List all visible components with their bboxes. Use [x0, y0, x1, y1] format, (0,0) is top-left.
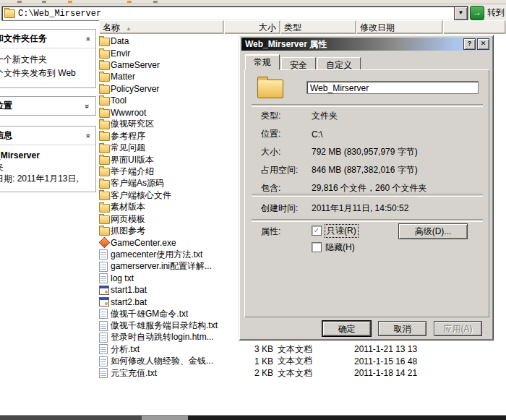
other-places-panel: 其它位置 » [0, 96, 96, 116]
details-folder-type: 文件夹 [0, 161, 90, 173]
column-header-modified[interactable]: 修改日期 [356, 20, 443, 34]
folder-icon [99, 132, 110, 141]
folder-icon [99, 73, 110, 82]
folder-name-field[interactable]: Web_Mirserver [306, 81, 479, 94]
close-button[interactable]: ✕ [477, 38, 489, 50]
fact-row: 类型: 文件夹 [244, 107, 489, 125]
folder-icon [4, 9, 15, 18]
chevron-up-icon[interactable]: » [83, 36, 92, 40]
folder-icon [99, 121, 110, 129]
sort-asc-icon: ▲ [126, 25, 132, 32]
chevron-up-icon[interactable]: » [83, 133, 92, 137]
help-button[interactable]: ? [463, 38, 476, 50]
toolbar-fragment [127, 1, 132, 3]
properties-dialog: Web_Mirserver 属性 ? ✕ 常规安全自定义 Web_Mirserv… [239, 35, 494, 340]
ok-button[interactable]: 确定 [322, 321, 371, 336]
folder-icon [99, 85, 110, 94]
column-header-blank[interactable] [443, 20, 506, 34]
folder-icon [99, 38, 110, 46]
separator [252, 219, 483, 222]
toolbar-fragment [17, 1, 22, 3]
folder-icon [99, 145, 110, 153]
txt-icon [99, 273, 108, 283]
file-row[interactable]: 如何修改人物经验、金钱... 1 KB 文本文档 2011-1-15 16 48 [99, 356, 506, 367]
details-header[interactable]: 详细信息 » [0, 127, 95, 145]
task-item[interactable]: 将这个文件夹发布到 Web [0, 67, 90, 80]
folder-icon [99, 156, 110, 165]
folder-icon [99, 204, 110, 213]
folder-icon [99, 180, 110, 189]
separator [252, 194, 483, 197]
txt-icon [99, 356, 108, 367]
tab-自定义[interactable]: 自定义 [317, 57, 361, 70]
fact-row: 占用空间: 846 MB (887,382,016 字节) [244, 161, 489, 179]
hidden-row: 隐藏(H) [312, 241, 355, 253]
column-header-size[interactable]: 大小 [224, 20, 280, 34]
readonly-checkbox[interactable]: ✓ [312, 226, 322, 236]
column-header-name[interactable]: 名称▲ [99, 20, 224, 34]
dialog-titlebar[interactable]: Web_Mirserver 属性 ? ✕ [241, 38, 491, 51]
go-button[interactable]: → 转到 [470, 6, 505, 20]
folder-icon [99, 215, 110, 224]
other-places-header[interactable]: 其它位置 » [0, 97, 95, 115]
details-modified-date: 修改日期: 2011年1月13日, [0, 173, 90, 184]
file-folder-tasks-title: 文件和文件夹任务 [0, 33, 47, 45]
folder-icon [99, 168, 110, 176]
file-folder-tasks-panel: 文件和文件夹任务 » 创建一个新文件夹将这个文件夹发布到 Web [0, 29, 96, 88]
toolbar-fragment [153, 1, 158, 3]
txt-icon [99, 368, 108, 378]
fact-row: 大小: 792 MB (830,957,979 字节) [244, 143, 489, 161]
readonly-label[interactable]: 只读(R) [325, 225, 358, 237]
created-row: 创建时间: 2011年1月11日, 14:50:52 [261, 201, 408, 215]
dialog-title: Web_Mirserver 属性 [245, 38, 327, 51]
address-combo[interactable]: ▼ [1, 6, 468, 21]
txt-icon [99, 344, 108, 354]
file-folder-tasks-header[interactable]: 文件和文件夹任务 » [0, 30, 95, 48]
bottom-scrollbar [0, 415, 506, 420]
details-title: 详细信息 [0, 129, 12, 142]
address-input[interactable] [18, 8, 454, 19]
advanced-button[interactable]: 高级(D)... [398, 223, 468, 239]
hidden-checkbox[interactable] [312, 242, 322, 252]
readonly-row: ✓ 只读(R) [312, 225, 358, 236]
bat-icon [99, 286, 109, 295]
file-row[interactable]: 元宝充值.txt 2 KB 文本文档 2011-1-18 14 21 [99, 367, 506, 379]
txt-icon [99, 333, 108, 343]
txt-icon [99, 262, 108, 272]
address-dropdown-button[interactable]: ▼ [454, 7, 468, 20]
created-value: 2011年1月11日, 14:50:52 [312, 202, 408, 215]
details-body: Web_Mirserver 文件夹 修改日期: 2011年1月13日, [0, 145, 95, 192]
folder-icon [99, 97, 110, 106]
folder-icon [99, 109, 110, 118]
scrollbar-track [0, 416, 142, 420]
details-panel: 详细信息 » Web_Mirserver 文件夹 修改日期: 2011年1月13… [0, 126, 96, 192]
txt-icon [99, 321, 108, 331]
file-row[interactable]: 分析.txt 3 KB 文本文档 2011-1-21 13 13 [99, 343, 506, 355]
details-folder-name: Web_Mirserver [0, 150, 90, 161]
tab-常规[interactable]: 常规 [245, 54, 280, 70]
dialog-tabs: 常规安全自定义 [245, 54, 362, 70]
fact-rows: 类型: 文件夹 位置: C:\ 大小: 792 MB (830,957,979 … [244, 107, 489, 197]
task-items: 创建一个新文件夹将这个文件夹发布到 Web [0, 48, 95, 87]
go-arrow-icon: → [470, 6, 484, 20]
column-header-type[interactable]: 类型 [280, 20, 356, 34]
folder-icon-large [257, 80, 283, 98]
general-tab-page: Web_Mirserver 类型: 文件夹 位置: C:\ 大小: 792 MB… [244, 69, 489, 317]
cancel-button[interactable]: 取消 [378, 321, 426, 336]
tab-安全[interactable]: 安全 [281, 57, 316, 70]
txt-icon [99, 309, 108, 319]
chevron-down-icon[interactable]: » [83, 103, 92, 108]
other-places-title: 其它位置 [0, 100, 12, 112]
attributes-label: 属性: [261, 226, 280, 238]
folder-icon [99, 50, 110, 59]
fact-row: 位置: C:\ [244, 125, 489, 143]
go-label: 转到 [487, 7, 505, 19]
column-header-row: 名称▲ 大小 类型 修改日期 [99, 20, 506, 34]
folder-icon [99, 227, 110, 236]
task-item[interactable]: 创建一个新文件夹 [0, 53, 90, 67]
apply-button[interactable]: 应用(A) [434, 321, 482, 336]
folder-icon [99, 192, 110, 200]
dialog-buttons: 确定 取消 应用(A) [239, 321, 482, 336]
scrollbar-thumb[interactable] [142, 416, 188, 420]
hidden-label[interactable]: 隐藏(H) [325, 241, 355, 254]
